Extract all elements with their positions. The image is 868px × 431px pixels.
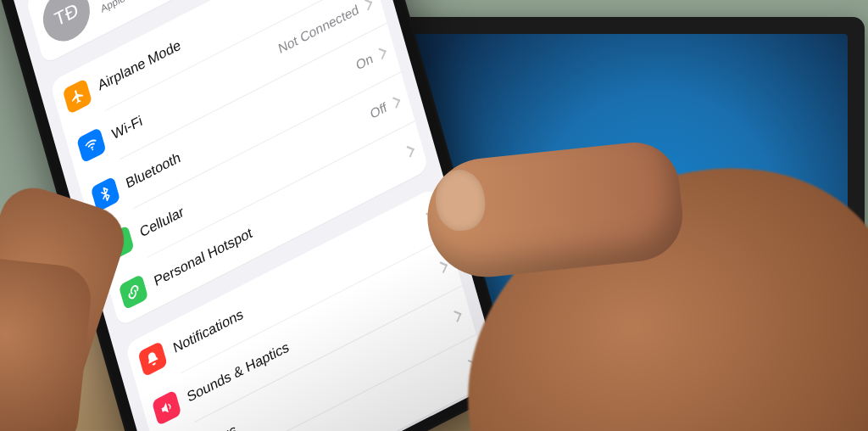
chevron-right-icon	[376, 48, 387, 60]
speaker-icon	[152, 389, 181, 426]
chevron-right-icon	[389, 97, 400, 109]
chevron-right-icon	[361, 0, 372, 10]
bell-icon	[137, 341, 167, 378]
photo-scene: 09:29 Settings TĐ Thị Thắng Đỗ Apple ID,…	[0, 0, 868, 431]
bluetooth-icon	[91, 176, 120, 213]
airplane-icon	[63, 78, 92, 115]
cellular-value: Off	[369, 99, 388, 122]
link-icon	[119, 274, 148, 311]
wifi-icon	[76, 127, 106, 164]
avatar: TĐ	[37, 0, 96, 50]
monitor-stand	[526, 338, 627, 380]
antenna-icon	[104, 225, 134, 261]
bluetooth-value: On	[354, 51, 375, 74]
svg-point-0	[92, 148, 93, 151]
